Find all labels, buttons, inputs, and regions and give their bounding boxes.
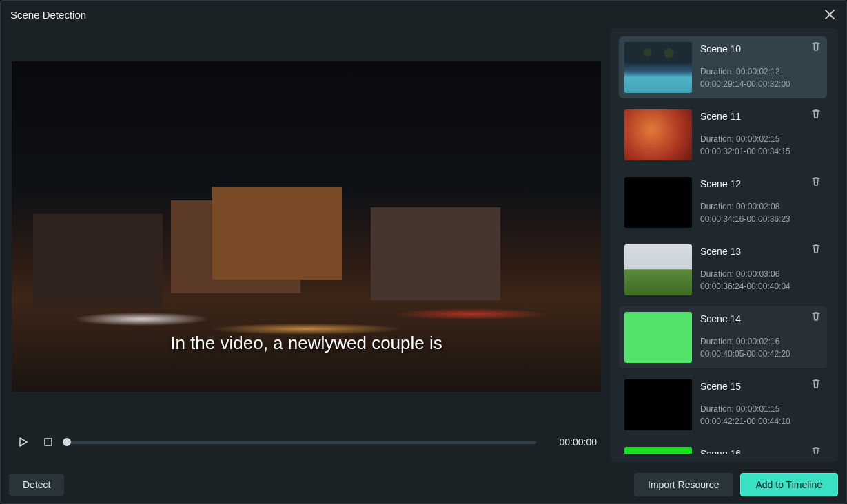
video-preview[interactable]: In the video, a newlywed couple is	[12, 61, 601, 392]
delete-scene-button[interactable]	[809, 378, 823, 392]
scene-duration: Duration: 00:00:02:12	[700, 67, 822, 76]
scene-duration: Duration: 00:00:02:08	[700, 202, 822, 211]
scene-info: Scene 14Duration: 00:00:02:1600:00:40:05…	[700, 312, 822, 363]
scene-panel: Scene 10Duration: 00:00:02:1200:00:29:14…	[611, 28, 838, 462]
scene-item[interactable]: Scene 10Duration: 00:00:02:1200:00:29:14…	[619, 36, 827, 98]
window-title: Scene Detection	[10, 9, 86, 21]
scene-info: Scene 10Duration: 00:00:02:1200:00:29:14…	[700, 42, 822, 93]
trash-icon	[810, 445, 822, 454]
scene-range: 00:00:42:21-00:00:44:10	[700, 417, 822, 426]
titlebar: Scene Detection	[1, 1, 846, 28]
scene-info: Scene 15Duration: 00:00:01:1500:00:42:21…	[700, 379, 822, 430]
scene-duration: Duration: 00:00:02:16	[700, 337, 822, 346]
play-icon	[18, 437, 29, 448]
play-button[interactable]	[17, 436, 30, 448]
delete-scene-button[interactable]	[809, 445, 823, 454]
trash-icon	[810, 243, 822, 257]
video-caption: In the video, a newlywed couple is	[12, 333, 601, 354]
detect-button[interactable]: Detect	[9, 474, 64, 496]
footer: Detect Import Resource Add to Timeline	[1, 468, 846, 503]
scene-thumbnail[interactable]	[624, 42, 692, 93]
scene-thumbnail[interactable]	[624, 379, 692, 430]
content-area: In the video, a newlywed couple is 00:00…	[1, 28, 846, 468]
scene-title: Scene 10	[700, 43, 822, 54]
scene-range: 00:00:40:05-00:00:42:20	[700, 349, 822, 359]
timecode: 00:00:00	[549, 437, 597, 448]
trash-icon	[810, 176, 822, 189]
scene-thumbnail[interactable]	[624, 447, 692, 454]
delete-scene-button[interactable]	[809, 243, 823, 257]
scene-duration: Duration: 00:00:03:06	[700, 269, 822, 279]
delete-scene-button[interactable]	[809, 311, 823, 324]
player-controls: 00:00:00	[9, 422, 604, 462]
scene-thumbnail[interactable]	[624, 244, 692, 295]
scene-duration: Duration: 00:00:01:15	[700, 404, 822, 414]
scene-item[interactable]: Scene 13Duration: 00:00:03:0600:00:36:24…	[619, 239, 827, 301]
trash-icon	[810, 108, 822, 122]
scene-thumbnail[interactable]	[624, 109, 692, 160]
scene-item[interactable]: Scene 16	[619, 441, 827, 454]
stop-icon	[43, 437, 53, 447]
delete-scene-button[interactable]	[809, 108, 823, 122]
add-to-timeline-button[interactable]: Add to Timeline	[740, 473, 839, 496]
preview-column: In the video, a newlywed couple is 00:00…	[9, 28, 604, 462]
stop-button[interactable]	[42, 436, 54, 448]
trash-icon	[810, 311, 822, 324]
import-resource-button[interactable]: Import Resource	[634, 473, 733, 496]
trash-icon	[810, 41, 822, 54]
scene-duration: Duration: 00:00:02:15	[700, 134, 822, 144]
scene-thumbnail[interactable]	[624, 177, 692, 228]
delete-scene-button[interactable]	[809, 176, 823, 189]
close-button[interactable]	[823, 8, 837, 21]
svg-rect-0	[45, 439, 52, 445]
close-icon	[825, 10, 835, 19]
scene-info: Scene 11Duration: 00:00:02:1500:00:32:01…	[700, 109, 822, 160]
scene-title: Scene 16	[700, 448, 822, 454]
scene-info: Scene 13Duration: 00:00:03:0600:00:36:24…	[700, 244, 822, 295]
scene-range: 00:00:32:01-00:00:34:15	[700, 147, 822, 156]
scene-list[interactable]: Scene 10Duration: 00:00:02:1200:00:29:14…	[619, 36, 835, 454]
footer-right: Import Resource Add to Timeline	[634, 473, 838, 496]
scene-range: 00:00:29:14-00:00:32:00	[700, 79, 822, 89]
scene-info: Scene 12Duration: 00:00:02:0800:00:34:16…	[700, 177, 822, 228]
seek-bar[interactable]	[67, 441, 536, 444]
delete-scene-button[interactable]	[809, 41, 823, 54]
scene-range: 00:00:36:24-00:00:40:04	[700, 282, 822, 291]
scene-title: Scene 12	[700, 178, 822, 189]
seek-track[interactable]	[67, 441, 536, 444]
seek-thumb[interactable]	[63, 438, 71, 446]
scene-info: Scene 16	[700, 447, 822, 454]
trash-icon	[810, 378, 822, 392]
preview-wrap: In the video, a newlywed couple is	[9, 28, 604, 422]
scene-range: 00:00:34:16-00:00:36:23	[700, 214, 822, 224]
scene-item[interactable]: Scene 11Duration: 00:00:02:1500:00:32:01…	[619, 104, 827, 166]
scene-title: Scene 11	[700, 111, 822, 122]
scene-detection-window: Scene Detection In the video, a newlywed…	[0, 0, 847, 504]
scene-thumbnail[interactable]	[624, 312, 692, 363]
scene-title: Scene 15	[700, 381, 822, 392]
scene-item[interactable]: Scene 14Duration: 00:00:02:1600:00:40:05…	[619, 306, 827, 368]
scene-title: Scene 13	[700, 246, 822, 257]
scene-item[interactable]: Scene 15Duration: 00:00:01:1500:00:42:21…	[619, 374, 827, 436]
scene-title: Scene 14	[700, 313, 822, 324]
scene-item[interactable]: Scene 12Duration: 00:00:02:0800:00:34:16…	[619, 171, 827, 233]
